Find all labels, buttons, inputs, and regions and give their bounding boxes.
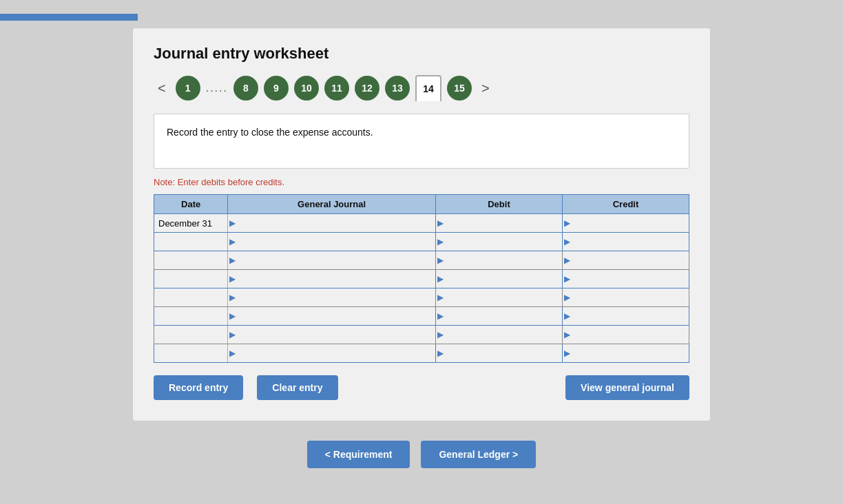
prev-arrow[interactable]: < [154, 79, 170, 98]
instruction-text: Record the entry to close the expense ac… [167, 127, 373, 138]
top-bar [0, 14, 138, 21]
arrow-icon-d2: ▶ [437, 237, 444, 246]
arrow-icon-d5: ▶ [437, 293, 444, 302]
table-row: ▶ ▶ ▶ [154, 251, 689, 270]
credit-cell-5[interactable]: ▶ [562, 288, 689, 307]
nav-item-9[interactable]: 9 [264, 76, 289, 101]
clear-entry-button[interactable]: Clear entry [257, 375, 337, 400]
arrow-icon-d1: ▶ [437, 218, 444, 228]
credit-cell-7[interactable]: ▶ [562, 326, 689, 344]
journal-input-8[interactable] [237, 346, 434, 361]
debit-input-1[interactable] [445, 216, 561, 231]
debit-input-8[interactable] [445, 346, 561, 361]
col-debit: Debit [435, 195, 562, 214]
journal-input-5[interactable] [237, 290, 434, 305]
journal-cell-8[interactable]: ▶ [228, 344, 436, 363]
credit-cell-2[interactable]: ▶ [562, 233, 689, 251]
view-journal-button[interactable]: View general journal [565, 375, 689, 400]
main-card: Journal entry worksheet < 1 ..... 8 9 10… [132, 28, 711, 421]
credit-input-6[interactable] [572, 308, 687, 324]
arrow-icon-j8: ▶ [229, 348, 236, 358]
arrow-icon-c7: ▶ [564, 330, 570, 339]
nav-row: < 1 ..... 8 9 10 11 12 13 14 15 > [154, 75, 689, 101]
table-row: ▶ ▶ ▶ [154, 344, 689, 363]
credit-cell-6[interactable]: ▶ [562, 307, 689, 326]
journal-input-7[interactable] [237, 327, 434, 342]
debit-input-5[interactable] [445, 290, 561, 305]
arrow-icon-d4: ▶ [437, 274, 444, 284]
debit-cell-4[interactable]: ▶ [435, 270, 562, 288]
debit-cell-3[interactable]: ▶ [435, 251, 562, 270]
journal-input-6[interactable] [237, 308, 434, 324]
arrow-icon-c2: ▶ [564, 237, 570, 246]
arrow-icon-j2: ▶ [229, 237, 236, 246]
nav-item-12[interactable]: 12 [355, 76, 379, 101]
nav-item-13[interactable]: 13 [385, 76, 410, 101]
record-entry-button[interactable]: Record entry [154, 375, 243, 400]
journal-cell-5[interactable]: ▶ [228, 288, 436, 307]
credit-input-3[interactable] [572, 253, 687, 268]
col-journal: General Journal [228, 195, 436, 214]
debit-input-2[interactable] [445, 234, 561, 249]
credit-cell-8[interactable]: ▶ [562, 344, 689, 363]
arrow-icon-j6: ▶ [229, 311, 236, 321]
date-cell-7 [154, 326, 228, 344]
journal-cell-6[interactable]: ▶ [228, 307, 436, 326]
debit-input-3[interactable] [445, 253, 561, 268]
requirement-label: < Requirement [325, 449, 393, 460]
credit-cell-3[interactable]: ▶ [562, 251, 689, 270]
journal-cell-4[interactable]: ▶ [228, 270, 436, 288]
note-text: Note: Enter debits before credits. [154, 177, 689, 187]
credit-cell-4[interactable]: ▶ [562, 270, 689, 288]
nav-item-15[interactable]: 15 [447, 76, 472, 101]
table-row: ▶ ▶ ▶ [154, 326, 689, 344]
credit-cell-1[interactable]: ▶ [562, 214, 689, 233]
credit-input-7[interactable] [572, 327, 687, 342]
arrow-icon-c5: ▶ [564, 293, 570, 302]
table-row: ▶ ▶ ▶ [154, 288, 689, 307]
journal-cell-2[interactable]: ▶ [228, 233, 436, 251]
nav-item-1[interactable]: 1 [176, 76, 200, 101]
debit-cell-8[interactable]: ▶ [435, 344, 562, 363]
debit-cell-7[interactable]: ▶ [435, 326, 562, 344]
general-ledger-label: General Ledger > [439, 449, 518, 460]
nav-item-11[interactable]: 11 [324, 76, 349, 101]
journal-input-4[interactable] [237, 271, 434, 286]
arrow-icon-c8: ▶ [564, 348, 570, 358]
journal-input-1[interactable] [237, 216, 434, 231]
arrow-icon-j1: ▶ [229, 218, 236, 228]
debit-cell-6[interactable]: ▶ [435, 307, 562, 326]
arrow-icon-j4: ▶ [229, 274, 236, 284]
credit-input-5[interactable] [572, 290, 687, 305]
credit-input-4[interactable] [572, 271, 687, 286]
date-cell-6 [154, 307, 228, 326]
journal-input-2[interactable] [237, 234, 434, 249]
arrow-icon-c4: ▶ [564, 274, 570, 284]
table-row: December 31 ▶ ▶ ▶ [154, 214, 689, 233]
requirement-button[interactable]: < Requirement [307, 441, 410, 468]
nav-dots: ..... [206, 82, 228, 94]
date-cell-5 [154, 288, 228, 307]
journal-cell-3[interactable]: ▶ [228, 251, 436, 270]
date-cell-2 [154, 233, 228, 251]
journal-cell-1[interactable]: ▶ [228, 214, 436, 233]
credit-input-8[interactable] [572, 346, 687, 361]
journal-input-3[interactable] [237, 253, 434, 268]
button-row: Record entry Clear entry View general jo… [154, 375, 689, 400]
nav-item-8[interactable]: 8 [233, 76, 258, 101]
general-ledger-button[interactable]: General Ledger > [421, 441, 536, 468]
journal-cell-7[interactable]: ▶ [228, 326, 436, 344]
nav-item-14[interactable]: 14 [415, 75, 441, 101]
debit-cell-5[interactable]: ▶ [435, 288, 562, 307]
col-credit: Credit [562, 195, 689, 214]
next-arrow[interactable]: > [477, 79, 494, 98]
credit-input-1[interactable] [572, 216, 687, 231]
arrow-icon-d7: ▶ [437, 330, 444, 339]
debit-input-4[interactable] [445, 271, 561, 286]
nav-item-10[interactable]: 10 [294, 76, 319, 101]
debit-input-7[interactable] [445, 327, 561, 342]
debit-input-6[interactable] [445, 308, 561, 324]
debit-cell-1[interactable]: ▶ [435, 214, 562, 233]
credit-input-2[interactable] [572, 234, 687, 249]
debit-cell-2[interactable]: ▶ [435, 233, 562, 251]
